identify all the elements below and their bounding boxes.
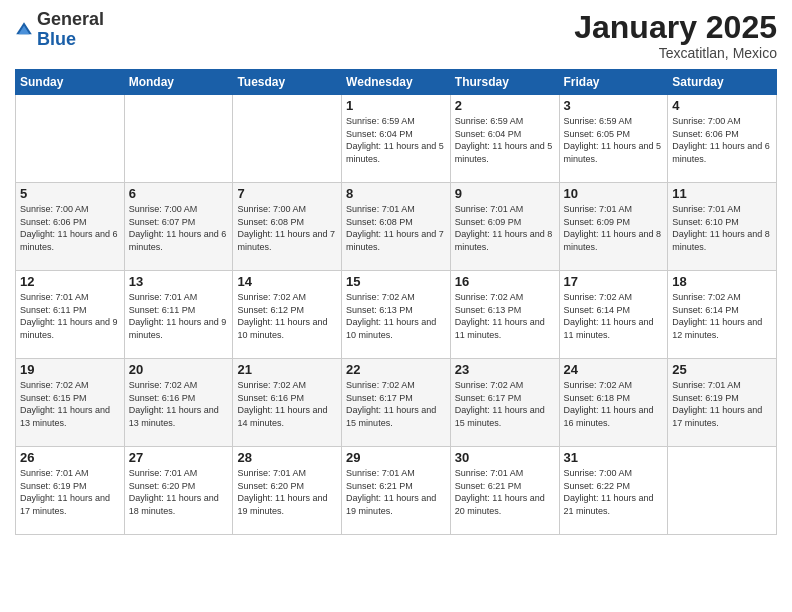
- table-row: 9Sunrise: 7:01 AMSunset: 6:09 PMDaylight…: [450, 183, 559, 271]
- table-row: 18Sunrise: 7:02 AMSunset: 6:14 PMDayligh…: [668, 271, 777, 359]
- logo-icon: [15, 21, 33, 39]
- table-row: 5Sunrise: 7:00 AMSunset: 6:06 PMDaylight…: [16, 183, 125, 271]
- header-saturday: Saturday: [668, 70, 777, 95]
- month-title: January 2025: [574, 10, 777, 45]
- day-info: Sunrise: 7:01 AMSunset: 6:08 PMDaylight:…: [346, 203, 446, 253]
- day-info: Sunrise: 6:59 AMSunset: 6:04 PMDaylight:…: [455, 115, 555, 165]
- day-number: 23: [455, 362, 555, 377]
- day-number: 18: [672, 274, 772, 289]
- day-number: 27: [129, 450, 229, 465]
- day-info: Sunrise: 6:59 AMSunset: 6:04 PMDaylight:…: [346, 115, 446, 165]
- header-sunday: Sunday: [16, 70, 125, 95]
- table-row: [668, 447, 777, 535]
- header-tuesday: Tuesday: [233, 70, 342, 95]
- header: General Blue January 2025 Texcatitlan, M…: [15, 10, 777, 61]
- day-number: 10: [564, 186, 664, 201]
- day-info: Sunrise: 7:02 AMSunset: 6:13 PMDaylight:…: [455, 291, 555, 341]
- day-number: 2: [455, 98, 555, 113]
- day-info: Sunrise: 7:00 AMSunset: 6:07 PMDaylight:…: [129, 203, 229, 253]
- logo: General Blue: [15, 10, 104, 50]
- day-info: Sunrise: 7:02 AMSunset: 6:17 PMDaylight:…: [346, 379, 446, 429]
- day-info: Sunrise: 7:01 AMSunset: 6:20 PMDaylight:…: [129, 467, 229, 517]
- day-info: Sunrise: 7:00 AMSunset: 6:06 PMDaylight:…: [20, 203, 120, 253]
- table-row: 19Sunrise: 7:02 AMSunset: 6:15 PMDayligh…: [16, 359, 125, 447]
- table-row: 26Sunrise: 7:01 AMSunset: 6:19 PMDayligh…: [16, 447, 125, 535]
- day-number: 12: [20, 274, 120, 289]
- day-number: 14: [237, 274, 337, 289]
- day-info: Sunrise: 7:01 AMSunset: 6:11 PMDaylight:…: [129, 291, 229, 341]
- day-info: Sunrise: 7:02 AMSunset: 6:12 PMDaylight:…: [237, 291, 337, 341]
- table-row: 22Sunrise: 7:02 AMSunset: 6:17 PMDayligh…: [342, 359, 451, 447]
- page: General Blue January 2025 Texcatitlan, M…: [0, 0, 792, 612]
- day-number: 31: [564, 450, 664, 465]
- table-row: 4Sunrise: 7:00 AMSunset: 6:06 PMDaylight…: [668, 95, 777, 183]
- table-row: [233, 95, 342, 183]
- title-block: January 2025 Texcatitlan, Mexico: [574, 10, 777, 61]
- header-thursday: Thursday: [450, 70, 559, 95]
- day-info: Sunrise: 7:02 AMSunset: 6:13 PMDaylight:…: [346, 291, 446, 341]
- table-row: 21Sunrise: 7:02 AMSunset: 6:16 PMDayligh…: [233, 359, 342, 447]
- logo-blue-text: Blue: [37, 29, 76, 49]
- day-info: Sunrise: 7:02 AMSunset: 6:14 PMDaylight:…: [564, 291, 664, 341]
- table-row: 8Sunrise: 7:01 AMSunset: 6:08 PMDaylight…: [342, 183, 451, 271]
- calendar-week-row: 19Sunrise: 7:02 AMSunset: 6:15 PMDayligh…: [16, 359, 777, 447]
- table-row: 24Sunrise: 7:02 AMSunset: 6:18 PMDayligh…: [559, 359, 668, 447]
- table-row: 10Sunrise: 7:01 AMSunset: 6:09 PMDayligh…: [559, 183, 668, 271]
- day-number: 1: [346, 98, 446, 113]
- table-row: 1Sunrise: 6:59 AMSunset: 6:04 PMDaylight…: [342, 95, 451, 183]
- table-row: 3Sunrise: 6:59 AMSunset: 6:05 PMDaylight…: [559, 95, 668, 183]
- day-info: Sunrise: 7:01 AMSunset: 6:21 PMDaylight:…: [346, 467, 446, 517]
- table-row: 17Sunrise: 7:02 AMSunset: 6:14 PMDayligh…: [559, 271, 668, 359]
- day-number: 9: [455, 186, 555, 201]
- weekday-header-row: Sunday Monday Tuesday Wednesday Thursday…: [16, 70, 777, 95]
- day-number: 5: [20, 186, 120, 201]
- calendar-week-row: 26Sunrise: 7:01 AMSunset: 6:19 PMDayligh…: [16, 447, 777, 535]
- table-row: 14Sunrise: 7:02 AMSunset: 6:12 PMDayligh…: [233, 271, 342, 359]
- calendar-table: Sunday Monday Tuesday Wednesday Thursday…: [15, 69, 777, 535]
- calendar-week-row: 12Sunrise: 7:01 AMSunset: 6:11 PMDayligh…: [16, 271, 777, 359]
- table-row: 29Sunrise: 7:01 AMSunset: 6:21 PMDayligh…: [342, 447, 451, 535]
- table-row: 6Sunrise: 7:00 AMSunset: 6:07 PMDaylight…: [124, 183, 233, 271]
- day-info: Sunrise: 7:02 AMSunset: 6:18 PMDaylight:…: [564, 379, 664, 429]
- table-row: 30Sunrise: 7:01 AMSunset: 6:21 PMDayligh…: [450, 447, 559, 535]
- header-wednesday: Wednesday: [342, 70, 451, 95]
- logo-general-text: General: [37, 9, 104, 29]
- day-info: Sunrise: 7:00 AMSunset: 6:22 PMDaylight:…: [564, 467, 664, 517]
- table-row: 27Sunrise: 7:01 AMSunset: 6:20 PMDayligh…: [124, 447, 233, 535]
- day-number: 16: [455, 274, 555, 289]
- table-row: 12Sunrise: 7:01 AMSunset: 6:11 PMDayligh…: [16, 271, 125, 359]
- day-number: 30: [455, 450, 555, 465]
- day-number: 24: [564, 362, 664, 377]
- table-row: 7Sunrise: 7:00 AMSunset: 6:08 PMDaylight…: [233, 183, 342, 271]
- table-row: 31Sunrise: 7:00 AMSunset: 6:22 PMDayligh…: [559, 447, 668, 535]
- day-info: Sunrise: 7:01 AMSunset: 6:19 PMDaylight:…: [20, 467, 120, 517]
- day-info: Sunrise: 7:01 AMSunset: 6:21 PMDaylight:…: [455, 467, 555, 517]
- day-info: Sunrise: 7:02 AMSunset: 6:17 PMDaylight:…: [455, 379, 555, 429]
- day-info: Sunrise: 7:02 AMSunset: 6:15 PMDaylight:…: [20, 379, 120, 429]
- day-number: 29: [346, 450, 446, 465]
- day-info: Sunrise: 7:00 AMSunset: 6:06 PMDaylight:…: [672, 115, 772, 165]
- day-number: 20: [129, 362, 229, 377]
- table-row: [16, 95, 125, 183]
- day-info: Sunrise: 6:59 AMSunset: 6:05 PMDaylight:…: [564, 115, 664, 165]
- day-info: Sunrise: 7:01 AMSunset: 6:20 PMDaylight:…: [237, 467, 337, 517]
- day-number: 8: [346, 186, 446, 201]
- day-info: Sunrise: 7:02 AMSunset: 6:16 PMDaylight:…: [129, 379, 229, 429]
- table-row: 15Sunrise: 7:02 AMSunset: 6:13 PMDayligh…: [342, 271, 451, 359]
- header-friday: Friday: [559, 70, 668, 95]
- day-number: 19: [20, 362, 120, 377]
- calendar-week-row: 5Sunrise: 7:00 AMSunset: 6:06 PMDaylight…: [16, 183, 777, 271]
- day-number: 7: [237, 186, 337, 201]
- table-row: [124, 95, 233, 183]
- day-number: 17: [564, 274, 664, 289]
- day-info: Sunrise: 7:02 AMSunset: 6:16 PMDaylight:…: [237, 379, 337, 429]
- day-number: 11: [672, 186, 772, 201]
- table-row: 23Sunrise: 7:02 AMSunset: 6:17 PMDayligh…: [450, 359, 559, 447]
- day-info: Sunrise: 7:01 AMSunset: 6:10 PMDaylight:…: [672, 203, 772, 253]
- table-row: 16Sunrise: 7:02 AMSunset: 6:13 PMDayligh…: [450, 271, 559, 359]
- day-number: 25: [672, 362, 772, 377]
- day-number: 6: [129, 186, 229, 201]
- calendar-week-row: 1Sunrise: 6:59 AMSunset: 6:04 PMDaylight…: [16, 95, 777, 183]
- day-info: Sunrise: 7:01 AMSunset: 6:19 PMDaylight:…: [672, 379, 772, 429]
- table-row: 28Sunrise: 7:01 AMSunset: 6:20 PMDayligh…: [233, 447, 342, 535]
